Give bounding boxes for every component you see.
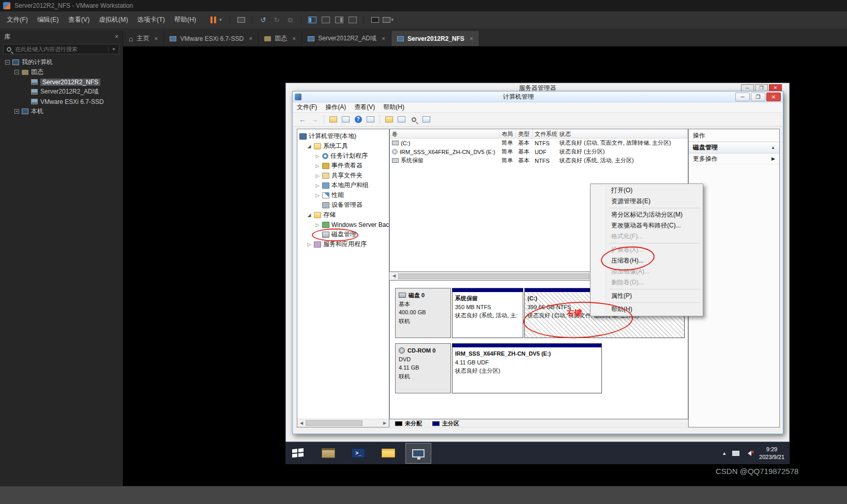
actions-section-disk-management[interactable]: 磁盘管理 ▲ [689, 142, 779, 154]
computer-management-icon[interactable] [295, 94, 301, 100]
cm-tree-services-applications[interactable]: ▷ 服务和应用程序 [297, 239, 389, 249]
expander-icon[interactable]: ◢ [307, 212, 312, 218]
taskbar-powershell[interactable]: >_ [345, 443, 371, 464]
menu-edit[interactable]: 编辑(E) [33, 13, 64, 26]
restore-button[interactable]: ❐ [755, 84, 768, 91]
menu-tabs[interactable]: 选项卡(T) [133, 13, 170, 26]
menu-file[interactable]: 文件(F) [2, 13, 33, 26]
column-header-filesystem[interactable]: 文件系统 [533, 129, 557, 138]
expander-icon[interactable]: ▷ [315, 154, 320, 159]
expander-icon[interactable]: ▷ [315, 222, 320, 227]
close-tab-icon[interactable]: × [470, 35, 473, 42]
disk-properties-icon[interactable] [396, 114, 407, 125]
partition-system-reserved[interactable]: 系统保留 350 MB NTFS 状态良好 (系统, 活动, 主: [452, 288, 523, 338]
cm-menu-help[interactable]: 帮助(H) [379, 103, 409, 112]
search-dropdown-icon[interactable]: ▼ [108, 47, 116, 52]
tree-item-server2012r2-ad[interactable]: Server2012R2_AD域 [0, 87, 123, 97]
menu-view[interactable]: 查看(V) [64, 13, 95, 26]
show-thumbnail-bar-toggle[interactable] [320, 14, 332, 26]
show-action-pane-icon[interactable] [365, 114, 376, 125]
expander-icon[interactable]: ▷ [315, 173, 320, 178]
settings-icon[interactable] [421, 114, 432, 125]
show-hidden-icons-icon[interactable]: ▲ [722, 451, 727, 456]
start-button[interactable] [285, 442, 311, 464]
menu-help[interactable]: 帮助(H) [170, 13, 201, 26]
revert-snapshot-button[interactable]: ↻ [270, 14, 283, 26]
expander-icon[interactable]: ▷ [315, 163, 320, 169]
tree-item-local-host[interactable]: + 本机 [0, 106, 123, 116]
send-ctrl-alt-del-button[interactable] [235, 14, 247, 26]
partition-dvd-e-drive[interactable]: IRM_SSS_X64FRE_ZH-CN_DV5 (E:) 4.11 GB UD… [452, 343, 602, 393]
cm-tree-task-scheduler[interactable]: ▷ 任务计划程序 [297, 151, 389, 161]
column-header-type[interactable]: 类型 [516, 129, 533, 138]
cm-titlebar[interactable]: 计算机管理 ─ ❐ ✕ [293, 91, 783, 102]
scrollbar-thumb[interactable] [398, 273, 589, 279]
back-arrow-icon[interactable]: ← [297, 114, 308, 125]
display-settings-button[interactable]: ▼ [382, 14, 395, 26]
more-actions-item[interactable]: 更多操作 ▶ [689, 154, 779, 164]
unity-mode-button[interactable] [369, 14, 381, 26]
volume-list-header[interactable]: 卷 布局 类型 文件系统 状态 [390, 129, 688, 139]
library-search-input[interactable]: 在此处键入内容进行搜索 ▼ [3, 44, 119, 54]
disk-0-label[interactable]: 磁盘 0 基本 400.00 GB 联机 [395, 288, 451, 338]
manage-snapshots-button[interactable]: ⧉ [284, 14, 296, 26]
taskbar-clock[interactable]: 9:29 2023/9/21 [759, 446, 784, 461]
cm-tree-windows-server-backup[interactable]: ▷ Windows Server Back [297, 220, 389, 230]
taskbar-server-manager[interactable] [315, 443, 341, 464]
tab-home[interactable]: ⌂ 主页 × [123, 31, 164, 46]
close-tab-icon[interactable]: × [154, 35, 158, 42]
tree-item-gutai[interactable]: − 固态 [0, 67, 123, 77]
column-header-volume[interactable]: 卷 [390, 129, 500, 138]
forward-arrow-icon[interactable]: → [309, 114, 320, 125]
cm-tree-performance[interactable]: ▷ 性能 [297, 190, 389, 200]
search-icon[interactable] [409, 114, 419, 125]
cm-menu-action[interactable]: 操作(A) [321, 103, 350, 112]
pause-vm-button[interactable]: ▼ [208, 16, 225, 24]
menu-item-open[interactable]: 打开(O) [592, 185, 702, 196]
expander-icon[interactable]: ▷ [315, 193, 320, 198]
cm-tree-root[interactable]: 计算机管理(本地) [297, 131, 389, 141]
tree-item-vmware-esxi[interactable]: VMware ESXi 6.7-SSD [0, 97, 123, 106]
cm-tree-device-manager[interactable]: 设备管理器 [297, 200, 389, 210]
tree-item-my-computer[interactable]: − 我的计算机 [0, 57, 123, 67]
tree-item-server2012r2-nfs[interactable]: Server2012R2_NFS [0, 77, 123, 87]
cm-tree-local-users-groups[interactable]: ▷ 本地用户和组 [297, 180, 389, 190]
taskbar-file-explorer[interactable] [375, 443, 401, 464]
expand-icon[interactable]: + [14, 109, 19, 114]
tab-vmware-esxi[interactable]: VMware ESXi 6.7-SSD × [164, 31, 259, 46]
expander-icon[interactable]: ▷ [315, 183, 320, 188]
minimize-button[interactable]: ─ [735, 93, 750, 101]
menu-item-mark-active-partition[interactable]: 将分区标记为活动分区(M) [592, 209, 702, 220]
close-tab-icon[interactable]: × [292, 35, 296, 42]
refresh-icon[interactable] [384, 114, 395, 125]
collapse-icon[interactable]: − [5, 60, 10, 65]
tab-server2012r2-nfs[interactable]: Server2012R2_NFS × [391, 31, 479, 46]
close-button[interactable]: ✕ [769, 84, 782, 91]
close-button[interactable]: ✕ [766, 93, 781, 101]
menu-item-explorer[interactable]: 资源管理器(E) [592, 196, 702, 207]
close-library-icon[interactable]: × [115, 33, 118, 40]
menu-item-properties[interactable]: 属性(P) [592, 291, 702, 301]
close-tab-icon[interactable]: × [249, 35, 252, 42]
tree-horizontal-scrollbar[interactable]: ◀ ▶ [297, 419, 389, 427]
taskbar-computer-management[interactable] [405, 443, 431, 464]
cm-menu-file[interactable]: 文件(F) [293, 103, 321, 112]
cm-tree-system-tools[interactable]: ◢ 系统工具 [297, 141, 389, 151]
cm-menu-view[interactable]: 查看(V) [350, 103, 379, 112]
expander-icon[interactable]: ▷ [307, 242, 312, 247]
menu-item-help[interactable]: 帮助(H) [592, 304, 702, 315]
show-console-tree-icon[interactable] [328, 114, 339, 125]
cm-tree-event-viewer[interactable]: ▷ 事件查看器 [297, 161, 389, 171]
show-library-toggle[interactable] [306, 14, 319, 26]
restore-button[interactable]: ❐ [751, 93, 765, 101]
close-tab-icon[interactable]: × [382, 35, 385, 42]
network-icon[interactable] [732, 451, 739, 456]
cm-tree-disk-management[interactable]: 磁盘管理 [297, 230, 389, 239]
fullscreen-button[interactable] [346, 14, 359, 26]
expander-icon[interactable]: ◢ [307, 144, 312, 149]
column-header-status[interactable]: 状态 [557, 129, 688, 138]
collapse-section-icon[interactable]: ▲ [771, 145, 775, 150]
menu-item-change-drive-letter[interactable]: 更改驱动器号和路径(C)... [592, 220, 702, 231]
table-row[interactable]: (C:) 简单 基本 NTFS 状态良好 (启动, 页面文件, 故障转储, 主分… [390, 139, 688, 147]
export-list-icon[interactable] [340, 114, 351, 125]
